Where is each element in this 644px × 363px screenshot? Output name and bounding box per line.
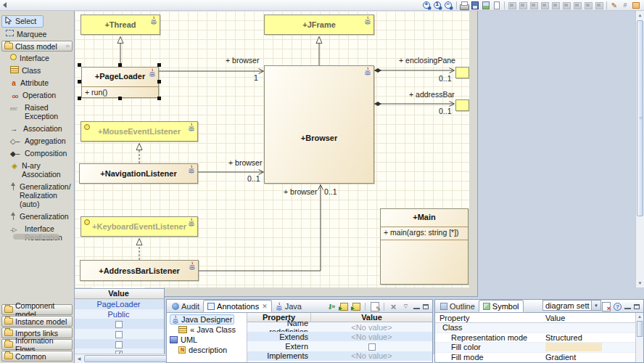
scroll-left-icon[interactable]: ◀ xyxy=(75,354,83,363)
tab-outline[interactable]: Outline xyxy=(437,300,479,312)
tree-item-java-designer[interactable]: Java Designer xyxy=(167,314,247,325)
maximize-icon[interactable] xyxy=(423,304,429,309)
tab-audit[interactable]: Audit xyxy=(168,300,203,312)
palette-item-composition[interactable]: Composition xyxy=(1,147,73,159)
palette-item-nary-association[interactable]: N-ary Association xyxy=(1,160,73,180)
diagram-settings-combobox[interactable]: diagram sett ▼ xyxy=(542,300,601,311)
selection-handle[interactable] xyxy=(157,80,161,83)
table-row[interactable]: Fill color xyxy=(435,343,643,353)
palette-tool-marquee[interactable]: Marquee xyxy=(1,28,73,40)
maximize-icon[interactable] xyxy=(634,304,640,309)
palette-group-class-model[interactable]: Class model ‹› xyxy=(1,41,73,52)
help-icon[interactable] xyxy=(614,303,622,311)
class-node-addressbarlistener[interactable]: +AddressBarListener xyxy=(80,260,199,281)
align-right-icon[interactable] xyxy=(540,1,550,10)
minimize-icon[interactable] xyxy=(624,304,631,309)
fit-to-content-icon[interactable] xyxy=(583,1,593,10)
add-note-icon[interactable] xyxy=(339,302,348,311)
palette-group-common[interactable]: Common xyxy=(1,351,73,362)
close-icon[interactable]: ✕ xyxy=(262,303,268,310)
palette-item-association[interactable]: Association xyxy=(1,123,73,134)
table-row[interactable]: Extern xyxy=(247,341,432,351)
table-row[interactable]: Implements <No value> xyxy=(247,351,432,361)
zoom-actual-icon[interactable] xyxy=(433,1,443,10)
align-bottom-icon[interactable] xyxy=(518,1,528,10)
align-left-icon[interactable] xyxy=(529,1,539,10)
interface-node-mouseeventlistener[interactable]: +MouseEventListener xyxy=(80,121,198,142)
class-node-pageloader[interactable]: +PageLoader + run() xyxy=(81,67,159,98)
clipped-class-node[interactable] xyxy=(455,99,469,111)
page-setup-icon[interactable] xyxy=(492,1,502,10)
symbol-vertical-scrollbar[interactable]: ▲ xyxy=(635,313,643,362)
interface-node-keyboardeventlistener[interactable]: +KeyboardEventListener xyxy=(80,216,198,237)
table-row[interactable]: Representation mode Structured xyxy=(435,333,643,343)
extern-checkbox[interactable] xyxy=(368,343,376,351)
tree-item-uml[interactable]: UML xyxy=(167,335,247,345)
distribute-icon[interactable] xyxy=(594,1,604,10)
palette-item-interface[interactable]: Interface xyxy=(1,52,73,64)
palette-group-instance-model[interactable]: Instance model xyxy=(1,316,73,327)
palette-item-generalization-auto[interactable]: Generalization/ Realization (auto) xyxy=(1,181,73,210)
save-icon[interactable] xyxy=(470,1,480,10)
class-node-main[interactable]: +Main + main(args: string [*]) xyxy=(380,208,468,285)
scrollbar-thumb[interactable] xyxy=(637,20,643,216)
table-row[interactable]: Extends <No value> xyxy=(247,332,432,341)
palette-item-generalization[interactable]: Generalization xyxy=(1,211,73,222)
selection-handle[interactable] xyxy=(118,63,122,67)
zoom-out-icon[interactable] xyxy=(444,1,454,10)
diagram-canvas[interactable]: +Thread +JFrame +PageLoader + run() xyxy=(75,11,469,287)
palette-group-component-model[interactable]: Component model xyxy=(1,304,73,315)
selection-handle[interactable] xyxy=(78,97,81,100)
palette-item-raised-exception[interactable]: Raised Exception xyxy=(1,102,73,122)
minimize-icon[interactable] xyxy=(413,304,420,309)
zoom-in-icon[interactable] xyxy=(422,1,432,10)
palette-group-information-flows[interactable]: Information Flows xyxy=(1,339,73,350)
edit-form-icon[interactable] xyxy=(370,302,379,311)
view-menu-icon[interactable] xyxy=(401,302,410,311)
palette-item-operation[interactable]: Operation xyxy=(1,89,73,101)
palette-item-class[interactable]: Class xyxy=(1,65,73,76)
scrollbar-thumb[interactable] xyxy=(637,321,643,337)
palette-item-attribute[interactable]: Attribute xyxy=(1,77,73,89)
active-checkbox[interactable] xyxy=(115,341,123,348)
primitive-checkbox[interactable] xyxy=(115,331,123,338)
center-horizontal-icon[interactable] xyxy=(550,1,561,10)
tab-annotations[interactable]: Annotations ✕ xyxy=(203,300,272,312)
selection-handle[interactable] xyxy=(78,80,81,83)
scroll-down-icon[interactable]: ▼ xyxy=(636,279,644,287)
fill-color-swatch[interactable] xyxy=(545,343,602,351)
canvas-vertical-scrollbar[interactable]: ▲ ▼ xyxy=(635,11,644,287)
scroll-up-icon[interactable]: ▲ xyxy=(636,313,643,320)
selection-handle[interactable] xyxy=(78,63,81,67)
align-top-icon[interactable] xyxy=(507,1,517,10)
scroll-up-icon[interactable]: ▲ xyxy=(636,11,644,20)
class-node-navigationlistener[interactable]: +NavigationListener xyxy=(79,163,198,184)
add-constraint-icon[interactable] xyxy=(351,302,360,311)
table-row[interactable]: Name redefinition <No value> xyxy=(247,322,432,332)
tree-item-description[interactable]: description xyxy=(167,345,247,355)
table-row[interactable]: Class xyxy=(435,323,643,333)
format-style-icon[interactable] xyxy=(609,1,619,10)
palette-tool-select[interactable]: Select xyxy=(1,15,44,28)
palette-item-interface-realization[interactable]: Interface Realization xyxy=(1,223,73,243)
clear-format-icon[interactable] xyxy=(601,302,611,311)
print-icon[interactable] xyxy=(459,1,469,10)
delete-icon[interactable] xyxy=(389,302,398,311)
chevron-down-icon[interactable]: ▼ xyxy=(591,301,600,310)
collapse-palette-icon[interactable] xyxy=(3,2,7,8)
palette-scroll-thumb[interactable] xyxy=(13,234,59,240)
save-as-image-icon[interactable] xyxy=(481,1,491,10)
class-node-jframe[interactable]: +JFrame xyxy=(264,15,374,35)
same-size-icon[interactable] xyxy=(572,1,582,10)
snap-to-grid-icon[interactable] xyxy=(620,1,630,10)
table-row[interactable]: Fill mode Gradient xyxy=(435,353,643,363)
selection-handle[interactable] xyxy=(118,97,122,100)
tab-symbol[interactable]: Symbol xyxy=(479,300,524,312)
class-node-browser[interactable]: +Browser xyxy=(264,65,374,184)
add-annotation-icon[interactable] xyxy=(326,302,336,311)
selection-handle[interactable] xyxy=(157,63,161,67)
selection-handle[interactable] xyxy=(157,97,161,100)
tab-java[interactable]: Java xyxy=(272,300,305,312)
tree-item-java-class[interactable]: « Java Class xyxy=(167,325,247,335)
palette-item-aggregation[interactable]: Aggregation xyxy=(1,135,73,147)
